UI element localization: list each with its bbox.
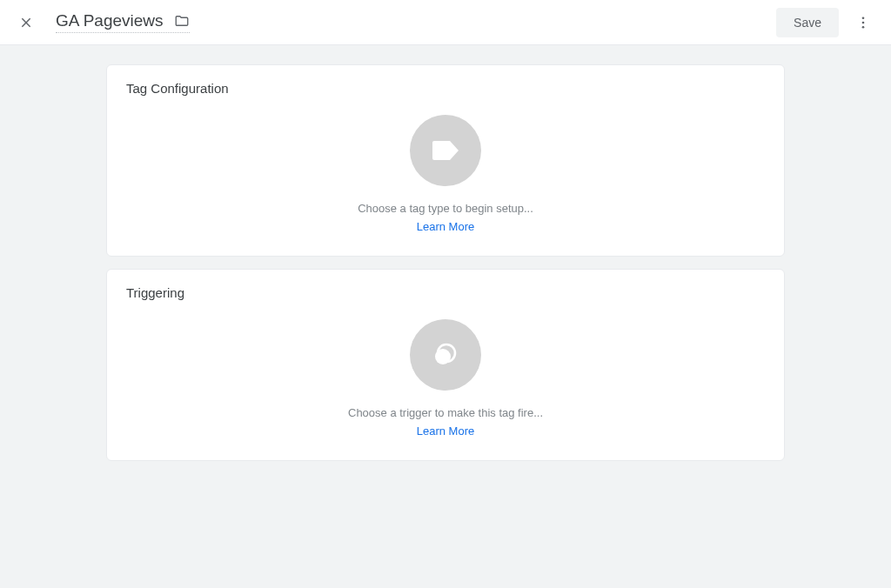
trigger-placeholder-circle: [410, 319, 481, 391]
tag-configuration-title: Tag Configuration: [126, 81, 765, 96]
tag-config-placeholder: Choose a tag type to begin setup... Lear…: [126, 111, 765, 233]
close-icon: [19, 16, 33, 30]
title-input-wrap[interactable]: GA Pageviews: [56, 11, 190, 33]
tag-name-input[interactable]: GA Pageviews: [56, 11, 164, 30]
folder-button[interactable]: [174, 13, 190, 29]
svg-point-4: [435, 349, 451, 364]
triggering-placeholder: Choose a trigger to make this tag fire..…: [126, 316, 765, 438]
more-menu-button[interactable]: [847, 7, 879, 38]
svg-point-2: [862, 25, 865, 28]
triggering-placeholder-text: Choose a trigger to make this tag fire..…: [348, 406, 543, 419]
triggering-card[interactable]: Triggering Choose a trigger to make this…: [106, 269, 785, 461]
triggering-title: Triggering: [126, 285, 765, 300]
tag-config-placeholder-text: Choose a tag type to begin setup...: [358, 202, 533, 215]
more-vert-icon: [855, 15, 871, 30]
modal-content: Tag Configuration Choose a tag type to b…: [0, 45, 891, 473]
trigger-icon: [431, 340, 460, 370]
modal-header: GA Pageviews Save: [0, 0, 891, 45]
triggering-learn-more-link[interactable]: Learn More: [417, 424, 474, 438]
tag-configuration-card[interactable]: Tag Configuration Choose a tag type to b…: [106, 64, 785, 257]
svg-point-0: [862, 17, 865, 19]
folder-icon: [174, 13, 190, 29]
save-button[interactable]: Save: [776, 8, 839, 37]
close-button[interactable]: [12, 9, 40, 37]
tag-config-learn-more-link[interactable]: Learn More: [417, 220, 474, 233]
tag-type-placeholder-circle: [410, 115, 481, 186]
svg-point-1: [862, 21, 865, 23]
tag-icon: [431, 139, 460, 162]
